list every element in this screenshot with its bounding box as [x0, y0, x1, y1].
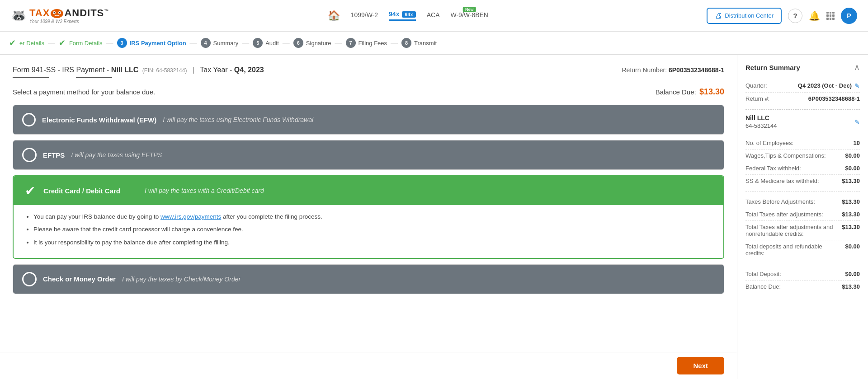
- payment-cc-info: You can pay your IRS balance due by goin…: [14, 205, 723, 258]
- step2-check-icon: ✔: [59, 38, 66, 48]
- step3-num: 3: [117, 38, 127, 48]
- row-label: Total Deposit:: [745, 271, 845, 277]
- sidebar-collapse-button[interactable]: ∧: [854, 62, 860, 72]
- sidebar-data-row: Federal Tax withheld:$0.00: [745, 162, 860, 175]
- radio-credit-card[interactable]: ✔: [23, 183, 37, 198]
- sidebar-title: Return Summary: [745, 64, 800, 71]
- row-label: No. of Employees:: [745, 140, 854, 146]
- payment-option-eftps[interactable]: EFTPS I will pay the taxes using EFTPS: [13, 140, 724, 170]
- step-navigation: ✔ er Details — ✔ Form Details — 3 IRS Pa…: [0, 32, 868, 55]
- payment-eftps-desc: I will pay the taxes using EFTPS: [71, 151, 715, 159]
- payment-option-efw[interactable]: Electronic Funds Withdrawal (EFW) I will…: [13, 105, 724, 135]
- nav-home[interactable]: 🏠: [328, 10, 340, 22]
- sidebar-rows2: Taxes Before Adjustments:$13.30Total Tax…: [745, 196, 860, 259]
- payment-check-header[interactable]: Check or Money Order I will pay the taxe…: [13, 265, 724, 294]
- sidebar-meta: Quarter: Q4 2023 (Oct - Dec) ✎ Return #:…: [745, 80, 860, 105]
- sidebar-rows1: No. of Employees:10Wages,Tips & Compensa…: [745, 137, 860, 187]
- nav-1099w2[interactable]: 1099/W-2: [351, 11, 378, 20]
- step-transmit[interactable]: 8 Transmit: [401, 38, 437, 48]
- nav-94x[interactable]: 94x 94x: [389, 10, 416, 21]
- logo-tagline: Your 1099 & W2 Experts: [29, 19, 109, 24]
- step-irs-payment[interactable]: 3 IRS Payment Option: [117, 38, 186, 48]
- row-label: Wages,Tips & Compensations:: [745, 152, 845, 159]
- bottom-bar: Next: [0, 352, 737, 379]
- return-label: Return #:: [745, 95, 808, 102]
- divider-4: [745, 264, 860, 264]
- payment-eftps-title: EFTPS: [43, 151, 65, 159]
- nav-aca[interactable]: ACA: [427, 11, 440, 20]
- row-value: $0.00: [845, 165, 860, 172]
- nav-w9w8ben[interactable]: New W-9/W-8BEN: [450, 11, 488, 20]
- row-value: $0.00: [845, 271, 860, 277]
- radio-check-option[interactable]: [22, 272, 37, 286]
- main-layout: Form 941-SS - IRS Payment - Nill LLC (EI…: [0, 55, 868, 379]
- step-audit[interactable]: 5 Audit: [253, 38, 279, 48]
- row-label: Total Taxes after adjustments:: [745, 211, 842, 218]
- step5-label: Audit: [265, 40, 279, 47]
- bullet-2: Please be aware that the credit card pro…: [33, 225, 712, 234]
- sidebar-company-name: Nill LLC: [745, 114, 777, 122]
- svg-point-3: [54, 12, 55, 14]
- payment-option-credit-card[interactable]: ✔ Credit Card / Debit Card I will pay th…: [13, 175, 724, 259]
- nav-94x-count: 94x: [402, 11, 415, 18]
- payment-cc-header[interactable]: ✔ Credit Card / Debit Card I will pay th…: [14, 176, 723, 205]
- step6-label: Signature: [306, 40, 331, 47]
- radio-eftps[interactable]: [22, 148, 37, 162]
- step-signature[interactable]: 6 Signature: [293, 38, 331, 48]
- sidebar-data-row: Balance Due:$13.30: [745, 281, 860, 293]
- svg-point-0: [51, 9, 63, 18]
- logo-icon: 🦝: [11, 8, 27, 23]
- row-value: 10: [854, 140, 860, 146]
- row-label: Total Taxes after adjustments and nonref…: [745, 224, 842, 237]
- notification-button[interactable]: 🔔: [809, 10, 820, 21]
- step-sep-2: —: [106, 39, 113, 47]
- separator: |: [193, 66, 194, 74]
- grid-button[interactable]: [826, 12, 835, 20]
- return-value: 6P003532348688-1: [808, 95, 860, 102]
- divider-2: [745, 133, 860, 133]
- step-filing-fees[interactable]: 7 Filing Fees: [346, 38, 387, 48]
- radio-efw[interactable]: [22, 113, 36, 126]
- distribution-center-button[interactable]: 🖨 Distribution Center: [707, 8, 782, 24]
- underline-1: [13, 77, 49, 78]
- underline-2: [76, 77, 112, 78]
- grid-icon: [826, 12, 835, 20]
- sidebar-data-row: No. of Employees:10: [745, 137, 860, 150]
- sidebar-return-row: Return #: 6P003532348688-1: [745, 93, 860, 105]
- balance-due: Balance Due: $13.30: [656, 87, 724, 97]
- balance-row: Select a payment method for your balance…: [13, 87, 724, 97]
- logo[interactable]: 🦝 TAXANDITS™ Your 1099 & W2 Experts: [11, 7, 109, 24]
- payment-cc-title: Credit Card / Debit Card: [43, 187, 120, 195]
- step8-num: 8: [401, 38, 411, 48]
- step6-num: 6: [293, 38, 303, 48]
- payment-efw-title: Electronic Funds Withdrawal (EFW): [42, 116, 156, 124]
- payment-efw-header[interactable]: Electronic Funds Withdrawal (EFW) I will…: [13, 105, 724, 134]
- step-sep-1: —: [48, 39, 55, 47]
- step-form-details[interactable]: ✔ Form Details: [59, 38, 103, 48]
- payment-option-check[interactable]: Check or Money Order I will pay the taxe…: [13, 264, 724, 294]
- print-icon: 🖨: [715, 12, 722, 20]
- step-sep-6: —: [335, 39, 342, 47]
- sidebar-data-row: Total Deposit:$0.00: [745, 268, 860, 281]
- help-button[interactable]: ?: [788, 9, 802, 23]
- balance-amount: $13.30: [699, 87, 724, 96]
- step-sep-4: —: [242, 39, 249, 47]
- step2-label: Form Details: [69, 40, 103, 47]
- irs-payments-link[interactable]: www.irs.gov/payments: [160, 213, 221, 220]
- new-badge: New: [463, 7, 476, 12]
- company-edit-icon[interactable]: ✎: [854, 118, 860, 126]
- step-summary[interactable]: 4 Summary: [201, 38, 239, 48]
- ein-label: (EIN: 64-5832144): [142, 67, 187, 74]
- return-number: Return Number: 6P003532348688-1: [622, 66, 725, 74]
- svg-point-4: [59, 12, 61, 14]
- next-button[interactable]: Next: [677, 357, 724, 374]
- user-avatar[interactable]: P: [841, 8, 857, 24]
- form-underlines: [13, 77, 724, 78]
- bullet-3: It is your responsibility to pay the bal…: [33, 238, 712, 247]
- quarter-edit-icon[interactable]: ✎: [854, 82, 860, 89]
- step-employer-details[interactable]: ✔ er Details: [9, 38, 44, 48]
- tax-year: Q4, 2023: [234, 66, 264, 74]
- payment-eftps-header[interactable]: EFTPS I will pay the taxes using EFTPS: [13, 140, 724, 169]
- sidebar-rows3: Total Deposit:$0.00Balance Due:$13.30: [745, 268, 860, 293]
- step8-label: Transmit: [414, 40, 437, 47]
